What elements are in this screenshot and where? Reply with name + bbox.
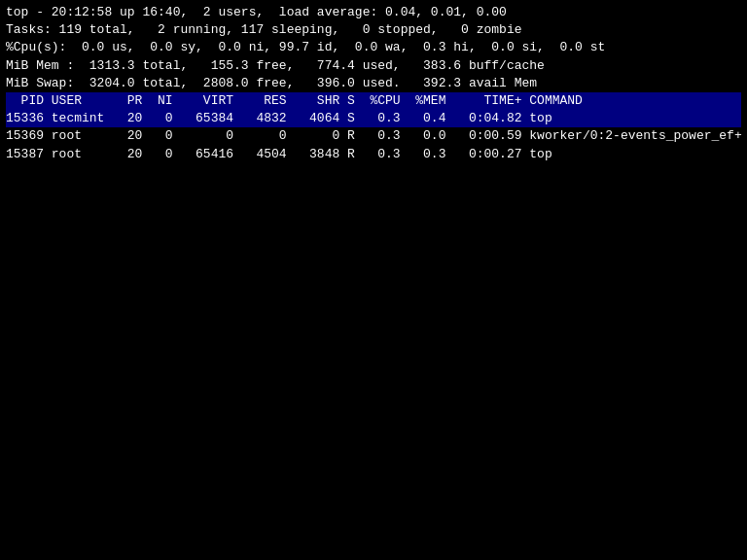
status-line-2: Tasks: 119 total, 2 running, 117 sleepin…	[6, 21, 741, 39]
status-line-1: top - 20:12:58 up 16:40, 2 users, load a…	[6, 4, 741, 21]
process-row-1: 15336 tecmint 20 0 65384 4832 4064 S 0.3…	[6, 110, 741, 127]
process-table-header: PID USER PR NI VIRT RES SHR S %CPU %MEM …	[6, 92, 741, 110]
status-line-5: MiB Swap: 3204.0 total, 2808.0 free, 396…	[6, 75, 741, 92]
status-line-3: %Cpu(s): 0.0 us, 0.0 sy, 0.0 ni, 99.7 id…	[6, 39, 741, 56]
terminal-window: top - 20:12:58 up 16:40, 2 users, load a…	[0, 0, 747, 560]
process-row-3: 15387 root 20 0 65416 4504 3848 R 0.3 0.…	[6, 146, 741, 163]
process-row-2: 15369 root 20 0 0 0 0 R 0.3 0.0 0:00.59 …	[6, 127, 741, 145]
status-line-4: MiB Mem : 1313.3 total, 155.3 free, 774.…	[6, 57, 741, 75]
